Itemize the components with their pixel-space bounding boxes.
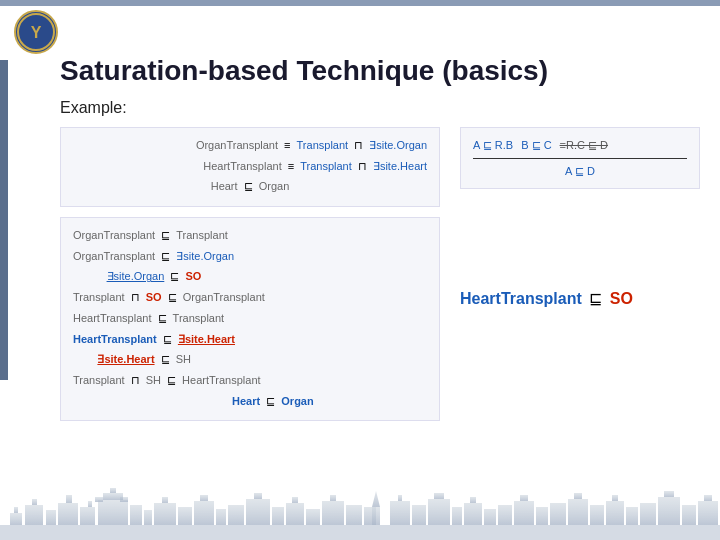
svg-rect-57 xyxy=(626,507,638,525)
svg-rect-56 xyxy=(612,495,618,501)
svg-rect-20 xyxy=(162,497,168,503)
svg-rect-63 xyxy=(704,495,712,501)
step-3: ∃site.Organ ⊑ SO xyxy=(73,267,427,286)
svg-rect-18 xyxy=(144,510,152,525)
svg-rect-46 xyxy=(484,509,496,525)
svg-rect-43 xyxy=(452,507,462,525)
svg-rect-32 xyxy=(322,501,344,525)
right-step: HeartTransplant ⊑ SO xyxy=(460,289,700,308)
organ-transplant-label: OrganTransplant xyxy=(196,136,278,155)
svg-text:Y: Y xyxy=(31,24,42,41)
transplant-label: Transplant xyxy=(297,136,349,155)
svg-rect-4 xyxy=(14,507,18,513)
svg-rect-48 xyxy=(514,501,534,525)
svg-rect-59 xyxy=(658,497,680,525)
svg-rect-58 xyxy=(640,503,656,525)
step-4: Transplant ⊓ SO ⊑ OrganTransplant xyxy=(73,288,427,307)
page-title: Saturation-based Technique (basics) xyxy=(60,55,700,87)
svg-rect-2 xyxy=(0,525,720,540)
svg-rect-47 xyxy=(498,505,512,525)
svg-rect-49 xyxy=(520,495,528,501)
svg-rect-3 xyxy=(10,513,22,525)
svg-rect-19 xyxy=(154,503,176,525)
def-line-2: HeartTransplant ≡ Transplant ⊓ ∃site.Hea… xyxy=(73,157,427,176)
svg-rect-9 xyxy=(66,495,72,503)
sqcap-sym2: ⊓ xyxy=(355,157,370,176)
right-conclusion-area: HeartTransplant ⊑ SO xyxy=(460,289,700,310)
organ-label-def: Organ xyxy=(259,177,290,196)
svg-rect-10 xyxy=(80,507,95,525)
svg-rect-44 xyxy=(464,503,482,525)
exists-site-organ: ∃site.Organ xyxy=(369,136,427,155)
svg-rect-41 xyxy=(428,499,450,525)
svg-rect-33 xyxy=(330,495,336,501)
svg-rect-31 xyxy=(306,509,320,525)
svg-rect-27 xyxy=(254,493,262,499)
exists-site-heart: ∃site.Heart xyxy=(373,157,427,176)
svg-rect-61 xyxy=(682,505,696,525)
heart-transplant-def-label: HeartTransplant xyxy=(203,157,281,176)
svg-rect-17 xyxy=(130,505,142,525)
content-panel: OrganTransplant ≡ Transplant ⊓ ∃site.Org… xyxy=(60,127,700,421)
svg-rect-39 xyxy=(398,495,402,501)
sqcap-sym: ⊓ xyxy=(351,136,366,155)
steps-block: OrganTransplant ⊑ Transplant OrganTransp… xyxy=(60,217,440,421)
svg-rect-37 xyxy=(372,507,380,525)
transplant-label2: Transplant xyxy=(300,157,352,176)
step-5: HeartTransplant ⊑ Transplant xyxy=(73,309,427,328)
svg-rect-60 xyxy=(664,491,674,497)
svg-rect-30 xyxy=(292,497,298,503)
svg-rect-45 xyxy=(470,497,476,503)
svg-rect-15 xyxy=(103,493,123,500)
step-9: Heart ⊑ Organ xyxy=(73,392,427,411)
sqsubseteq-sym: ⊑ xyxy=(241,177,256,196)
logo-area: Y xyxy=(14,10,58,54)
svg-rect-42 xyxy=(434,493,444,499)
svg-rect-52 xyxy=(568,499,588,525)
step-7: ∃site.Heart ⊑ SH xyxy=(73,350,427,369)
svg-rect-7 xyxy=(46,510,56,525)
svg-rect-55 xyxy=(606,501,624,525)
svg-rect-23 xyxy=(200,495,208,501)
example-label: Example: xyxy=(60,99,700,117)
svg-rect-8 xyxy=(58,503,78,525)
svg-rect-62 xyxy=(698,501,718,525)
svg-rect-34 xyxy=(346,505,362,525)
right-column: A ⊑ R.B B ⊑ C ≡R.C ⊑ D A ⊑ D HeartTransp… xyxy=(460,127,700,421)
main-content: Saturation-based Technique (basics) Exam… xyxy=(60,55,700,480)
svg-rect-54 xyxy=(590,505,604,525)
step-1: OrganTransplant ⊑ Transplant xyxy=(73,226,427,245)
top-accent-bar xyxy=(0,0,720,6)
svg-rect-38 xyxy=(390,501,410,525)
svg-rect-16 xyxy=(110,488,116,493)
svg-rect-29 xyxy=(286,503,304,525)
svg-rect-24 xyxy=(216,509,226,525)
svg-rect-6 xyxy=(32,499,37,505)
svg-rect-40 xyxy=(412,505,426,525)
svg-rect-53 xyxy=(574,493,582,499)
left-accent-bar xyxy=(0,60,8,380)
svg-rect-51 xyxy=(550,503,566,525)
definition-block: OrganTransplant ≡ Transplant ⊓ ∃site.Org… xyxy=(60,127,440,207)
svg-rect-26 xyxy=(246,499,270,525)
equiv-sym2: ≡ xyxy=(285,157,298,176)
heart-label-def: Heart xyxy=(211,177,238,196)
university-logo: Y xyxy=(14,10,58,54)
svg-rect-21 xyxy=(178,507,192,525)
def-line-1: OrganTransplant ≡ Transplant ⊓ ∃site.Org… xyxy=(73,136,427,155)
svg-rect-22 xyxy=(194,501,214,525)
step-8: Transplant ⊓ SH ⊑ HeartTransplant xyxy=(73,371,427,390)
svg-rect-25 xyxy=(228,505,244,525)
svg-rect-12 xyxy=(98,500,128,525)
step-2: OrganTransplant ⊑ ∃site.Organ xyxy=(73,247,427,266)
step-6: HeartTransplant ⊑ ∃site.Heart xyxy=(73,330,427,349)
def-line-3: Heart ⊑ Organ xyxy=(73,177,427,196)
svg-rect-50 xyxy=(536,507,548,525)
skyline-decoration xyxy=(0,485,720,540)
left-column: OrganTransplant ≡ Transplant ⊓ ∃site.Org… xyxy=(60,127,440,421)
svg-rect-11 xyxy=(88,501,92,507)
svg-rect-5 xyxy=(25,505,43,525)
svg-marker-36 xyxy=(372,491,380,507)
svg-rect-13 xyxy=(95,497,103,502)
equiv-sym: ≡ xyxy=(281,136,294,155)
